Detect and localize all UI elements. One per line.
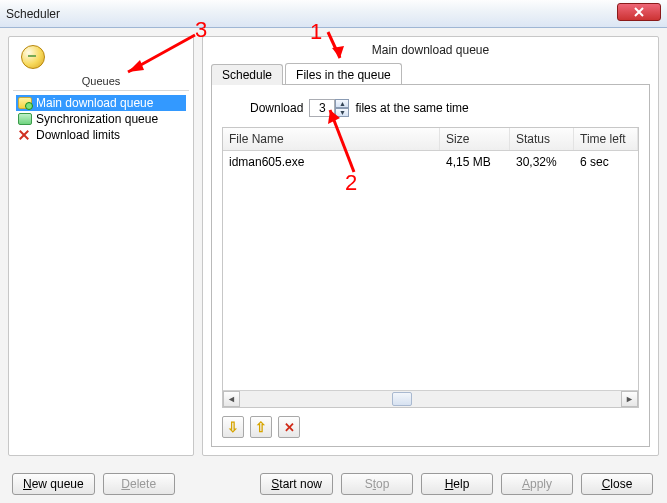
table-row[interactable]: idman605.exe 4,15 MB 30,32% 6 sec [223, 151, 638, 173]
spinner-down-button[interactable]: ▼ [335, 108, 349, 117]
title-bar: Scheduler [0, 0, 667, 28]
remove-button[interactable]: ✕ [278, 416, 300, 438]
dialog-body: Queues Main download queue Synchronizati… [0, 28, 667, 503]
stop-button[interactable]: Stop [341, 473, 413, 495]
scroll-left-button[interactable]: ◄ [223, 391, 240, 407]
tree-item-sync-queue[interactable]: Synchronization queue [16, 111, 186, 127]
col-status[interactable]: Status [510, 128, 574, 150]
apply-button[interactable]: Apply [501, 473, 573, 495]
files-grid: File Name Size Status Time left idman605… [222, 127, 639, 408]
tree-item-label: Synchronization queue [36, 112, 158, 126]
folder-icon [18, 97, 32, 109]
help-button[interactable]: Help [421, 473, 493, 495]
right-panel: Main download queue Schedule Files in th… [202, 36, 659, 456]
queue-tree: Main download queue Synchronization queu… [13, 93, 189, 145]
x-icon: ✕ [284, 420, 295, 435]
reorder-buttons: ⇩ ⇧ ✕ [222, 416, 639, 438]
move-up-button[interactable]: ⇧ [250, 416, 272, 438]
scroll-track[interactable] [240, 391, 621, 407]
download-count-input[interactable] [309, 99, 335, 117]
col-size[interactable]: Size [440, 128, 510, 150]
limits-icon [18, 129, 32, 141]
delete-button[interactable]: Delete [103, 473, 175, 495]
tree-item-download-limits[interactable]: Download limits [16, 127, 186, 143]
folder-sync-icon [18, 113, 32, 125]
download-count-row: Download ▲ ▼ files at the same time [250, 99, 639, 117]
tab-strip: Schedule Files in the queue [211, 63, 650, 85]
queues-header: Queues [13, 75, 189, 91]
horizontal-scrollbar[interactable]: ◄ ► [223, 390, 638, 407]
left-button-row: New queue Delete [12, 473, 175, 495]
cell-file-name: idman605.exe [223, 151, 440, 173]
move-down-button[interactable]: ⇩ [222, 416, 244, 438]
download-prefix: Download [250, 101, 303, 115]
tab-body: Download ▲ ▼ files at the same time File… [211, 85, 650, 447]
cell-size: 4,15 MB [440, 151, 510, 173]
arrow-up-icon: ⇧ [255, 419, 267, 435]
start-now-button[interactable]: Start now [260, 473, 333, 495]
download-suffix: files at the same time [355, 101, 468, 115]
left-panel: Queues Main download queue Synchronizati… [8, 36, 194, 456]
tab-files-in-queue[interactable]: Files in the queue [285, 63, 402, 84]
cell-time-left: 6 sec [574, 151, 638, 173]
arrow-down-icon: ⇩ [227, 419, 239, 435]
spinner-up-button[interactable]: ▲ [335, 99, 349, 108]
new-queue-button[interactable]: New queue [12, 473, 95, 495]
close-button[interactable]: Close [581, 473, 653, 495]
right-button-row: Start now Stop Help Apply Close [260, 473, 653, 495]
tab-schedule[interactable]: Schedule [211, 64, 283, 85]
grid-header: File Name Size Status Time left [223, 128, 638, 151]
queue-title: Main download queue [211, 43, 650, 57]
scroll-thumb[interactable] [392, 392, 412, 406]
tree-item-main-queue[interactable]: Main download queue [16, 95, 186, 111]
tree-item-label: Download limits [36, 128, 120, 142]
window-title: Scheduler [6, 7, 60, 21]
grid-body: idman605.exe 4,15 MB 30,32% 6 sec [223, 151, 638, 390]
scroll-right-button[interactable]: ► [621, 391, 638, 407]
tree-item-label: Main download queue [36, 96, 153, 110]
scheduler-icon [17, 45, 49, 71]
col-file-name[interactable]: File Name [223, 128, 440, 150]
close-window-button[interactable] [617, 3, 661, 21]
col-time-left[interactable]: Time left [574, 128, 638, 150]
download-count-spinner: ▲ ▼ [309, 99, 349, 117]
cell-status: 30,32% [510, 151, 574, 173]
